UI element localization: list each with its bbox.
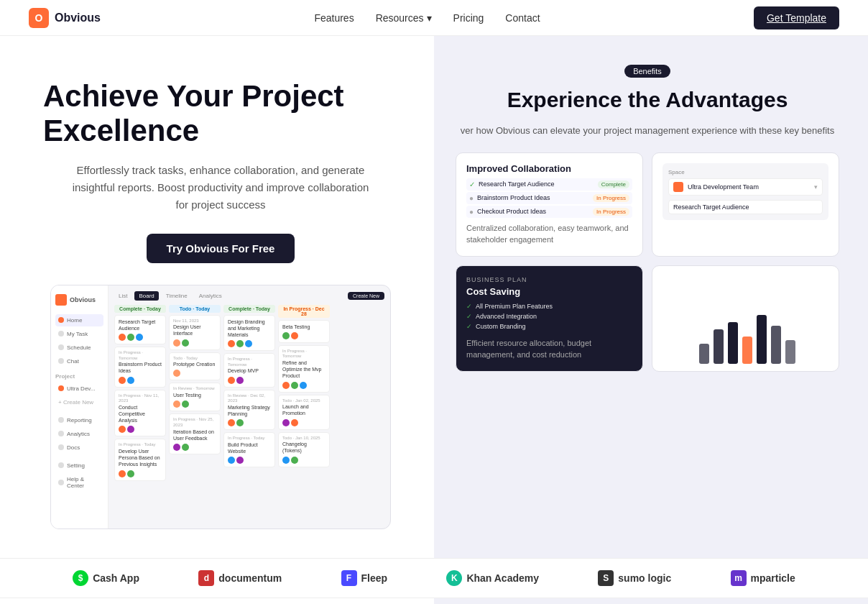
tab-timeline[interactable]: Timeline xyxy=(162,291,192,301)
benefit-card-cost: BUSINESS PLAN Cost Saving ✓ All Premium … xyxy=(456,265,643,372)
board-column-inprog: In Progress · Dec 28 Beta Testing In Pro… xyxy=(278,305,330,483)
team-label: Ultra Development Team xyxy=(688,183,759,191)
partner-khan: K Khan Academy xyxy=(446,570,539,586)
bar-chart xyxy=(696,308,796,365)
check-icon: ● xyxy=(469,194,474,202)
check-icon: ✓ xyxy=(466,323,472,330)
partners-bar: $ Cash App d documentum F Fleep K Khan A… xyxy=(0,558,868,598)
benefits-badge: Benefits xyxy=(624,65,670,78)
benefits-panel: Benefits Experience the Advantages ver h… xyxy=(434,36,868,558)
partner-fleep: F Fleep xyxy=(341,570,388,586)
task-row: ● Brainstorm Product Ideas In Progress xyxy=(466,192,632,204)
chevron-down-icon: ▾ xyxy=(814,183,818,191)
nav-logo[interactable]: O Obvious xyxy=(29,8,101,28)
partner-name: Fleep xyxy=(361,572,388,584)
hero-left: Achieve Your Project Excellence Effortle… xyxy=(0,36,434,558)
app-screenshot: Obvious Home My Task Schedule xyxy=(50,285,391,529)
check-icon: ● xyxy=(469,208,474,216)
svg-rect-1 xyxy=(714,329,724,364)
partner-name: sumo logic xyxy=(618,572,671,584)
tab-board[interactable]: Board xyxy=(134,291,158,301)
khan-icon: K xyxy=(446,570,462,586)
check-icon: ✓ xyxy=(466,313,472,320)
board-card: In Progress · Tomorrow Refine and Optimi… xyxy=(278,345,330,393)
hero-title: Achieve Your Project Excellence xyxy=(43,79,398,149)
board-card: In Progress · Tomorrow Develop MVP xyxy=(223,353,275,388)
svg-rect-6 xyxy=(785,340,795,364)
nav-pricing[interactable]: Pricing xyxy=(453,12,484,24)
hero-cta-button[interactable]: Try Obvious For Free xyxy=(147,234,295,263)
partner-mparticle: m mparticle xyxy=(731,570,795,586)
board-card: In Review · Tomorrow User Testing xyxy=(169,383,221,411)
col-header-complete: Complete · Today xyxy=(114,305,166,313)
app-toolbar: List Board Timeline Analytics Create New xyxy=(114,291,384,301)
task-row: ✓ Research Target Audience Complete xyxy=(466,178,632,191)
tab-list[interactable]: List xyxy=(114,291,131,301)
benefit-card-team: Space Ultra Development Team ▾ Research … xyxy=(652,152,839,257)
board-card: Beta Testing xyxy=(278,320,330,343)
sidebar-create-new[interactable]: + Create New xyxy=(55,396,103,408)
partner-name: mparticle xyxy=(751,572,795,584)
mparticle-icon: m xyxy=(731,570,747,586)
create-new-button[interactable]: Create New xyxy=(348,292,384,300)
sidebar-item-home[interactable]: Home xyxy=(55,314,103,326)
col-header-complete2: Complete · Today xyxy=(223,305,275,313)
board-column-complete: Complete · Today Research Target Audienc… xyxy=(114,305,166,483)
partner-name: documentum xyxy=(218,572,282,584)
board-card: Todo · Jan 10, 2025 Changelog (Tokens) xyxy=(278,432,330,467)
board-card: Research Target Audience xyxy=(114,315,166,344)
benefit-desc-cost: Efficient resource allocation, budget ma… xyxy=(466,337,632,361)
board-card: In Review · Dec 02, 2023 Marketing Strat… xyxy=(223,390,275,431)
sidebar-item-project[interactable]: Ultra Dev... xyxy=(55,383,103,395)
status-badge: In Progress xyxy=(593,194,629,202)
benefits-cards: Improved Collaboration ✓ Research Target… xyxy=(456,152,839,372)
svg-rect-2 xyxy=(728,322,738,364)
sidebar-reporting[interactable]: Reporting xyxy=(55,414,103,426)
board-card: Design Branding and Marketing Materials xyxy=(223,315,275,351)
board-card: In Progress · Today Develop User Persona… xyxy=(114,439,166,480)
sidebar-item-chat[interactable]: Chat xyxy=(55,355,103,367)
benefit-tasks: ✓ Research Target Audience Complete ● Br… xyxy=(466,178,632,218)
features-section: Features Key Features to Boost Your Prod… xyxy=(0,598,434,604)
plan-item: ✓ Advanced Integration xyxy=(466,311,632,321)
navbar: O Obvious Features Resources ▾ Pricing C… xyxy=(0,0,868,36)
sidebar-docs[interactable]: Docs xyxy=(55,441,103,454)
sidebar-logo-icon xyxy=(55,294,67,306)
partner-name: Khan Academy xyxy=(466,572,539,584)
status-badge: Complete xyxy=(598,180,629,188)
documentum-icon: d xyxy=(198,570,214,586)
board-card: In Progress · Today Build Product Websit… xyxy=(223,432,275,467)
partner-sumo: S sumo logic xyxy=(598,570,671,586)
nav-resources[interactable]: Resources ▾ xyxy=(376,12,432,24)
board-card: In Progress · Nov 25, 2023 Iteration Bas… xyxy=(169,413,221,454)
tab-analytics[interactable]: Analytics xyxy=(195,291,226,301)
board-card: Todo · Today Prototype Creation xyxy=(169,352,221,381)
sumo-icon: S xyxy=(598,570,614,586)
logo-icon: O xyxy=(29,8,49,28)
benefits-title: Experience the Advantages xyxy=(456,88,839,112)
nav-contact[interactable]: Contact xyxy=(505,12,540,24)
plan-item: ✓ All Premium Plan Features xyxy=(466,301,632,311)
cashapp-icon: $ xyxy=(73,570,88,586)
task-label: Research Target Audience xyxy=(673,203,749,211)
app-main: List Board Timeline Analytics Create New… xyxy=(108,285,390,528)
svg-rect-4 xyxy=(757,315,767,364)
sidebar-item-mytask[interactable]: My Task xyxy=(55,328,103,340)
plan-item: ✓ Custom Branding xyxy=(466,321,632,331)
sidebar-analytics[interactable]: Analytics xyxy=(55,428,103,440)
get-template-button[interactable]: Get Template xyxy=(754,6,839,29)
board-card: Nov 11, 2023 Design User Interface xyxy=(169,315,221,350)
svg-rect-0 xyxy=(699,344,709,364)
check-icon: ✓ xyxy=(469,180,475,188)
fleep-icon: F xyxy=(341,570,357,586)
benefit-card-collaboration: Improved Collaboration ✓ Research Target… xyxy=(456,152,643,257)
how-section: How it Works Getting Started with Obviou… xyxy=(434,598,868,604)
board-column-complete2: Complete · Today Design Branding and Mar… xyxy=(223,305,275,483)
sidebar-item-schedule[interactable]: Schedule xyxy=(55,342,103,354)
nav-features[interactable]: Features xyxy=(314,12,354,24)
status-badge: In Progress xyxy=(593,208,629,216)
sidebar-help[interactable]: Help & Center xyxy=(55,473,103,492)
sidebar-setting[interactable]: Setting xyxy=(55,459,103,472)
app-board: Complete · Today Research Target Audienc… xyxy=(114,305,384,483)
col-header-inprog: In Progress · Dec 28 xyxy=(278,305,330,318)
